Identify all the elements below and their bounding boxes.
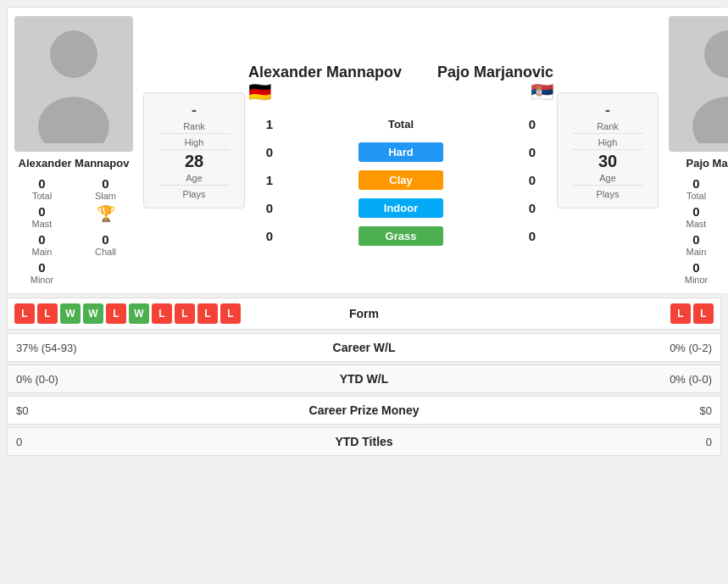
p1-main-label: Main bbox=[14, 247, 69, 257]
p1-minor-value: 0 bbox=[14, 260, 69, 275]
p2-minor-block: 0 Minor bbox=[669, 260, 724, 285]
total-p1: 1 bbox=[257, 117, 282, 131]
form-section: LLWWLWLLLL Form LL bbox=[7, 298, 721, 330]
player2-avatar bbox=[669, 16, 728, 152]
player1-avatar bbox=[14, 16, 133, 152]
form-result-badge: W bbox=[60, 303, 81, 324]
p2-minor-label: Minor bbox=[669, 275, 724, 285]
p1-rank-block: - Rank bbox=[149, 102, 239, 131]
total-badge: Total bbox=[358, 114, 443, 134]
form-label: Form bbox=[297, 307, 432, 320]
divider4 bbox=[572, 133, 644, 134]
p1-minor-label: Minor bbox=[14, 275, 69, 285]
p2-mast-label: Mast bbox=[669, 219, 724, 229]
form-result-badge: W bbox=[83, 303, 103, 324]
indoor-p1: 0 bbox=[257, 201, 282, 215]
hard-p1: 0 bbox=[257, 145, 282, 159]
p1-total-block: 0 Total bbox=[14, 176, 69, 201]
prize-p1: $0 bbox=[16, 404, 280, 417]
titles-row: 0 YTD Titles 0 bbox=[7, 427, 721, 456]
p2-info-wrapper: - Rank High 30 Age Plays bbox=[553, 8, 662, 293]
p1-plays-block: Plays bbox=[149, 187, 239, 199]
player2-name: Pajo Marjanovic bbox=[686, 157, 729, 170]
p1-high-label: High bbox=[149, 137, 239, 147]
p2-form-results: LL bbox=[432, 303, 714, 324]
hard-badge: Hard bbox=[358, 142, 443, 162]
hard-row: 0 Hard 0 bbox=[257, 142, 545, 162]
p2-total-block: 0 Total bbox=[669, 176, 724, 201]
clay-p2: 0 bbox=[520, 173, 545, 187]
p2-flag: 🇷🇸 bbox=[531, 81, 553, 103]
p1-flag: 🇩🇪 bbox=[248, 81, 271, 103]
p2-minor-value: 0 bbox=[669, 260, 724, 275]
p2-age-value: 30 bbox=[563, 152, 653, 171]
p2-info-card: - Rank High 30 Age Plays bbox=[557, 92, 659, 209]
p1-mast-label: Mast bbox=[14, 219, 69, 229]
p2-main-value: 0 bbox=[669, 232, 724, 247]
clay-p1: 1 bbox=[257, 173, 282, 187]
p1-info-wrapper: - Rank High 28 Age Plays bbox=[140, 8, 248, 293]
career-wl-row: 37% (54-93) Career W/L 0% (0-2) bbox=[7, 333, 721, 362]
p2-high-block: High bbox=[563, 136, 653, 147]
divider5 bbox=[572, 149, 644, 150]
form-result-badge: W bbox=[129, 303, 149, 324]
p1-form-results: LLWWLWLLLL bbox=[14, 303, 297, 324]
p2-main-block: 0 Main bbox=[669, 232, 724, 257]
ytd-wl-row: 0% (0-0) YTD W/L 0% (0-0) bbox=[7, 364, 721, 393]
p1-main-block: 0 Main bbox=[14, 232, 69, 257]
p2-total-label: Total bbox=[669, 191, 724, 201]
grass-p2: 0 bbox=[520, 229, 545, 243]
prize-row: $0 Career Prize Money $0 bbox=[7, 396, 721, 425]
main-container: Alexander Mannapov 0 Total 0 Slam 0 Mast… bbox=[0, 0, 728, 465]
career-wl-p2: 0% (0-2) bbox=[449, 342, 713, 354]
p1-name-header-text: Alexander Mannapov bbox=[248, 64, 402, 81]
grass-p1: 0 bbox=[257, 229, 282, 243]
center-surfaces: Alexander Mannapov 🇩🇪 Pajo Marjanovic 🇷🇸… bbox=[248, 8, 553, 293]
p1-main-value: 0 bbox=[14, 232, 69, 247]
svg-point-3 bbox=[692, 97, 728, 143]
prize-label: Career Prize Money bbox=[280, 403, 449, 417]
svg-point-0 bbox=[50, 31, 97, 78]
total-p2: 0 bbox=[520, 117, 545, 131]
p1-slam-value: 0 bbox=[78, 176, 133, 191]
career-wl-p1: 37% (54-93) bbox=[16, 342, 280, 354]
p1-trophy-block: 🏆 bbox=[78, 204, 133, 229]
titles-p2: 0 bbox=[449, 436, 713, 448]
p1-mast-value: 0 bbox=[14, 204, 69, 219]
p1-high-block: High bbox=[149, 136, 239, 147]
p1-mast-block: 0 Mast bbox=[14, 204, 69, 229]
p1-chall-label: Chall bbox=[78, 247, 133, 257]
p1-rank-label: Rank bbox=[149, 121, 239, 131]
prize-p2: $0 bbox=[449, 404, 713, 417]
p1-total-label: Total bbox=[14, 191, 69, 201]
clay-badge: Clay bbox=[358, 170, 443, 190]
form-result-badge: L bbox=[670, 303, 691, 324]
p1-rank-value: - bbox=[149, 102, 239, 120]
p1-slam-block: 0 Slam bbox=[78, 176, 133, 201]
svg-point-2 bbox=[704, 31, 728, 78]
form-result-badge: L bbox=[14, 303, 35, 324]
p2-mast-block: 0 Mast bbox=[669, 204, 724, 229]
form-result-badge: L bbox=[175, 303, 195, 324]
player1-card: Alexander Mannapov 0 Total 0 Slam 0 Mast… bbox=[8, 8, 140, 293]
p2-rank-value: - bbox=[563, 102, 653, 120]
p2-high-label: High bbox=[563, 137, 653, 147]
p2-rank-label: Rank bbox=[563, 121, 653, 131]
names-row: Alexander Mannapov 🇩🇪 Pajo Marjanovic 🇷🇸 bbox=[248, 64, 553, 103]
total-row: 1 Total 0 bbox=[257, 114, 545, 134]
p1-chall-block: 0 Chall bbox=[78, 232, 133, 257]
p1-total-value: 0 bbox=[14, 176, 69, 191]
p2-rank-block: - Rank bbox=[563, 102, 653, 131]
p1-age-block: 28 Age bbox=[149, 152, 239, 183]
p1-name-header: Alexander Mannapov 🇩🇪 bbox=[248, 64, 402, 103]
divider1 bbox=[158, 133, 231, 134]
p1-age-value: 28 bbox=[149, 152, 239, 171]
form-result-badge: L bbox=[152, 303, 172, 324]
titles-label: YTD Titles bbox=[280, 435, 449, 448]
indoor-row: 0 Indoor 0 bbox=[257, 198, 545, 218]
ytd-wl-p1: 0% (0-0) bbox=[16, 373, 280, 386]
p1-slam-label: Slam bbox=[78, 191, 133, 201]
divider3 bbox=[158, 185, 231, 186]
grass-row: 0 Grass 0 bbox=[257, 226, 545, 246]
p2-main-label: Main bbox=[669, 247, 724, 257]
